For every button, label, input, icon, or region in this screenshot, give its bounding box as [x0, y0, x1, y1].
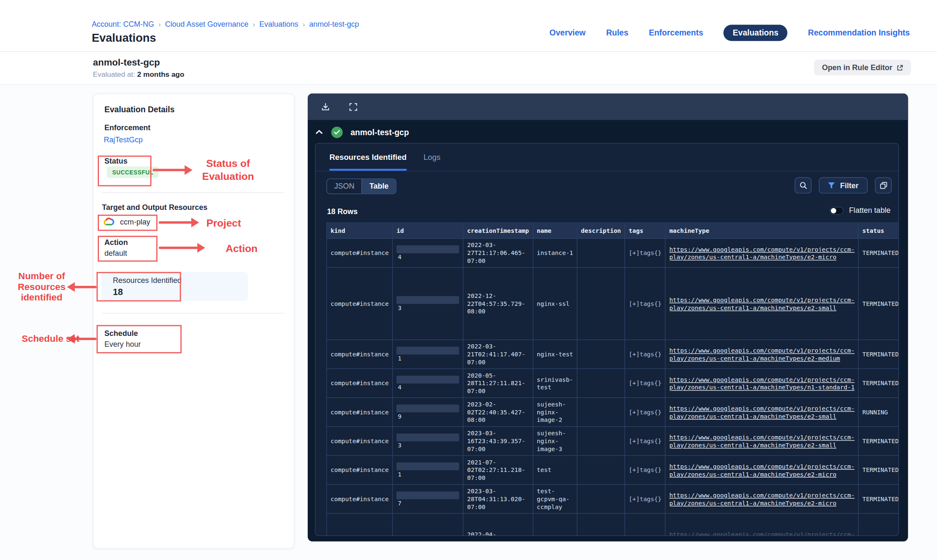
- flatten-control: Flatten table: [830, 206, 891, 214]
- cell-machinetype: https://www.googleapis.com/compute/v1/pr…: [666, 398, 858, 426]
- nav-rules[interactable]: Rules: [606, 28, 628, 38]
- details-title: Evaluation Details: [104, 105, 175, 114]
- machine-type-link[interactable]: https://www.googleapis.com/compute/v1/pr…: [669, 463, 855, 477]
- project-row: ccm-play: [103, 217, 150, 226]
- cell-kind: compute#instance: [327, 369, 393, 398]
- cell-status: [858, 513, 899, 536]
- machine-type-link[interactable]: https://www.googleapis.com/compute/v1/pr…: [669, 492, 855, 506]
- redacted-id: [397, 434, 459, 441]
- breadcrumb-link-account-ccm-ng[interactable]: Account: CCM-NG: [92, 20, 154, 28]
- machine-type-link[interactable]: https://www.googleapis.com/compute/v1/pr…: [669, 347, 855, 362]
- cell-kind: compute#instance: [327, 398, 393, 426]
- column-header-id: id: [393, 223, 463, 239]
- cell-description: [577, 513, 625, 536]
- tags-expander[interactable]: [+]tags{}: [629, 409, 661, 416]
- tags-expander[interactable]: [+]tags{}: [629, 496, 661, 502]
- results-toolbar: [308, 93, 908, 120]
- search-icon: [799, 182, 807, 189]
- nav-enforcements[interactable]: Enforcements: [649, 28, 703, 38]
- column-header-creationtimestamp: creationTimestamp: [463, 223, 533, 239]
- flatten-toggle[interactable]: [830, 207, 843, 214]
- copy-button[interactable]: [875, 177, 891, 194]
- status-badge: SUCCESSFUL: [107, 166, 159, 178]
- cell-name: test: [533, 456, 577, 484]
- cell-name: sujeesh-nginx-image-2: [533, 398, 577, 426]
- chevron-up-icon[interactable]: [315, 126, 323, 139]
- annotation-schedule-text: Schedule set: [22, 333, 79, 344]
- cell-machinetype: https://www.googleapis.com/compute/v1/pr…: [666, 267, 858, 340]
- cell-machinetype: https://www.googleapis.com/compute/v1/pr…: [666, 484, 858, 513]
- tags-expander[interactable]: [+]tags{}: [629, 300, 661, 307]
- page-title: Evaluations: [92, 31, 156, 45]
- machine-type-link[interactable]: https://www.googleapis.com/compute/v1/pr…: [669, 296, 855, 311]
- tags-expander[interactable]: [+]tags{}: [629, 250, 661, 256]
- tags-expander[interactable]: [+]tags{}: [629, 467, 661, 473]
- external-link-icon: [896, 64, 903, 71]
- breadcrumb-separator: ›: [158, 20, 161, 28]
- schedule-label: Schedule: [104, 329, 138, 338]
- result-header-row: anmol-test-gcp: [315, 124, 409, 140]
- tab-logs[interactable]: Logs: [423, 153, 441, 171]
- cell-tags: [+]tags{}: [625, 484, 665, 513]
- action-value: default: [104, 249, 127, 257]
- evaluated-at: Evaluated at: 2 months ago: [93, 70, 185, 78]
- machine-type-link[interactable]: https://www.googleapis.com/compute/v1/pr…: [669, 531, 855, 536]
- tags-expander[interactable]: [+]tags{}: [629, 380, 661, 386]
- cell-tags: [+]tags{}: [625, 398, 665, 426]
- cell-id: [393, 513, 463, 536]
- cell-status: TERMINATED: [858, 238, 899, 267]
- view-toggle-json[interactable]: JSON: [327, 179, 362, 194]
- enforcement-link[interactable]: RajTestGcp: [104, 136, 143, 144]
- cell-tags: [+]tags{}: [625, 340, 665, 368]
- machine-type-link[interactable]: https://www.googleapis.com/compute/v1/pr…: [669, 246, 855, 260]
- fullscreen-icon[interactable]: [346, 100, 360, 114]
- nav-overview[interactable]: Overview: [550, 28, 586, 38]
- cell-creationtimestamp: 2022-12-22T04:57:35.729-08:00: [463, 267, 533, 340]
- table-row: compute#instance42020-05-28T11:27:11.821…: [327, 369, 899, 398]
- table-row: compute#instance12021-07-02T02:27:11.218…: [327, 456, 899, 484]
- cell-status: TERMINATED: [858, 267, 899, 340]
- resources-table: kindidcreationTimestampnamedescriptionta…: [327, 222, 899, 536]
- cell-machinetype: https://www.googleapis.com/compute/v1/pr…: [666, 369, 858, 398]
- table-header: kindidcreationTimestampnamedescriptionta…: [327, 223, 899, 239]
- cell-kind: compute#instance: [327, 267, 393, 340]
- breadcrumb-link-anmol-test-gcp[interactable]: anmol-test-gcp: [309, 20, 359, 28]
- tags-expander[interactable]: [+]tags{}: [629, 438, 661, 444]
- cell-status: TERMINATED: [858, 484, 899, 513]
- copy-icon: [879, 182, 887, 189]
- table-row: compute#instance42022-03-27T21:17:06.465…: [327, 238, 899, 267]
- resources-identified-count: 18: [113, 286, 123, 297]
- cell-description: [577, 484, 625, 513]
- nav-recommendation-insights[interactable]: Recommendation Insights: [808, 28, 910, 38]
- annotation-project-text: Project: [206, 217, 241, 230]
- machine-type-link[interactable]: https://www.googleapis.com/compute/v1/pr…: [669, 434, 855, 449]
- cell-machinetype: https://www.googleapis.com/compute/v1/pr…: [666, 456, 858, 484]
- breadcrumb-link-evaluations[interactable]: Evaluations: [259, 20, 298, 28]
- tags-expander[interactable]: [+]tags{}: [629, 351, 661, 358]
- view-toggle: JSON Table: [327, 179, 397, 194]
- tab-resources-identified[interactable]: Resources Identified: [329, 153, 407, 171]
- filter-button[interactable]: Filter: [819, 177, 867, 194]
- search-button[interactable]: [795, 177, 812, 194]
- schedule-value: Every hour: [104, 340, 141, 348]
- machine-type-link[interactable]: https://www.googleapis.com/compute/v1/pr…: [669, 376, 855, 391]
- column-header-status: status: [858, 223, 899, 239]
- view-toggle-table[interactable]: Table: [362, 179, 396, 194]
- open-in-rule-editor-button[interactable]: Open in Rule Editor: [814, 60, 911, 76]
- tabs-row: Resources Identified Logs: [316, 144, 899, 171]
- cell-tags: [625, 513, 665, 536]
- cell-name: nginx-test: [533, 340, 577, 368]
- filter-label: Filter: [840, 181, 858, 189]
- table-controls: Filter: [795, 177, 892, 194]
- nav-evaluations[interactable]: Evaluations: [724, 25, 788, 41]
- machine-type-link[interactable]: https://www.googleapis.com/compute/v1/pr…: [669, 405, 855, 419]
- annotation-arrow-action: [159, 247, 198, 249]
- page: Account: CCM-NG›Cloud Asset Governance›E…: [0, 0, 937, 560]
- breadcrumb-separator: ›: [253, 20, 255, 28]
- cell-id: 3: [393, 426, 463, 455]
- table-row: compute#instance32022-12-22T04:57:35.729…: [327, 267, 899, 340]
- cell-description: [577, 398, 625, 426]
- download-icon[interactable]: [319, 100, 332, 114]
- resources-identified-label: Resources Identified: [113, 276, 182, 285]
- breadcrumb-link-cloud-asset-governance[interactable]: Cloud Asset Governance: [165, 20, 248, 28]
